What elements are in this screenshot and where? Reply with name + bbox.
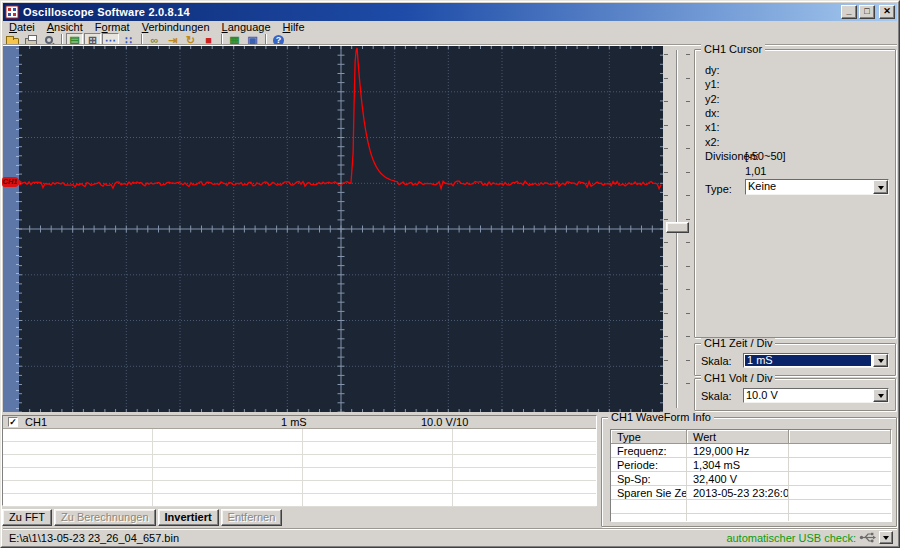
zeit-skala-dropdown-button[interactable] bbox=[873, 354, 888, 367]
channel-list-empty-row[interactable] bbox=[3, 455, 596, 468]
ch1-cursor-title: CH1 Cursor bbox=[701, 44, 765, 55]
usb-check-label: automatischer USB check: bbox=[726, 532, 856, 544]
volt-skala-combobox[interactable]: 10.0 V bbox=[743, 388, 889, 403]
trackbar-thumb[interactable] bbox=[666, 222, 689, 233]
channel-list-empty-row[interactable] bbox=[3, 481, 596, 494]
title-bar: Oscilloscope Software 2.0.8.14 _ □ ✕ bbox=[3, 3, 897, 21]
waveform-info-empty-row bbox=[611, 514, 891, 522]
status-bar: E:\a\1\13-05-23 23_26_04_657.bin automat… bbox=[3, 530, 897, 545]
waveform-info-row: Frequenz:129,000 Hz bbox=[611, 444, 891, 458]
zeit-skala-combobox[interactable]: 1 mS bbox=[743, 353, 889, 368]
channel-name: CH1 bbox=[25, 416, 47, 429]
open-file-path: E:\a\1\13-05-23 23_26_04_657.bin bbox=[9, 532, 179, 544]
ch1-cursor-panel: CH1 Cursor dy:y1:y2:dx:x1:x2: Divisionen… bbox=[694, 49, 896, 338]
channel-probe: /10 bbox=[453, 416, 468, 429]
ch1-volt-div-panel: CH1 Volt / Div Skala: 10.0 V bbox=[694, 378, 896, 411]
app-icon bbox=[5, 5, 19, 19]
window-title: Oscilloscope Software 2.0.8.14 bbox=[23, 6, 190, 18]
zeit-skala-label: Skala: bbox=[701, 355, 732, 367]
ch1-checkbox[interactable]: ✓ bbox=[8, 417, 18, 427]
vertical-trackbar[interactable] bbox=[663, 46, 691, 412]
minimize-button[interactable]: _ bbox=[841, 5, 857, 19]
scope-waveform-svg bbox=[19, 46, 663, 412]
menu-bar: DateiAnsichtFormatVerbindungenLanguageHi… bbox=[3, 21, 897, 34]
waveform-info-title: CH1 WaveForm Info bbox=[608, 412, 714, 423]
close-button[interactable]: ✕ bbox=[879, 5, 895, 19]
channel-position-slider[interactable] bbox=[3, 46, 19, 412]
channel-list-empty-row[interactable] bbox=[3, 442, 596, 455]
usb-icon bbox=[859, 532, 876, 543]
entfernen-button: Entfernen bbox=[221, 509, 283, 526]
waveform-info-table: TypeWertFrequenz:129,000 HzPeriode:1,304… bbox=[610, 429, 892, 522]
cursor-type-dropdown-button[interactable] bbox=[873, 180, 888, 194]
waveform-info-row: Sparen Sie Zeit:2013-05-23 23:26:04 bbox=[611, 486, 891, 500]
channel-time-div: 1 mS bbox=[281, 416, 307, 429]
cursor-type-value: Keine bbox=[748, 181, 871, 193]
channel-volt-div: 10.0 V bbox=[421, 416, 453, 429]
cursor-field-dy: dy: bbox=[705, 64, 720, 76]
action-button-row: Zu FFT Zu Berechnungen Invertiert Entfer… bbox=[2, 509, 282, 526]
channel-list: ✓ CH1 1 mS 10.0 V /10 bbox=[2, 415, 597, 506]
channel-list-empty-row[interactable] bbox=[3, 494, 596, 507]
channel-list-empty-row[interactable] bbox=[3, 429, 596, 442]
volt-skala-value: 10.0 V bbox=[746, 390, 871, 401]
ch1-position-marker[interactable]: CH1 bbox=[2, 177, 18, 187]
maximize-button[interactable]: □ bbox=[859, 5, 875, 19]
waveform-info-empty-row bbox=[611, 500, 891, 514]
channel-list-empty-row[interactable] bbox=[3, 468, 596, 481]
waveform-info-row: Periode:1,304 mS bbox=[611, 458, 891, 472]
channel-row-ch1[interactable]: ✓ CH1 1 mS 10.0 V /10 bbox=[3, 416, 596, 429]
zeit-skala-value: 1 mS bbox=[745, 355, 871, 366]
ch1-volt-div-title: CH1 Volt / Div bbox=[701, 373, 775, 384]
waveform-info-header-row: TypeWert bbox=[611, 430, 891, 444]
cursor-field-dx: dx: bbox=[705, 107, 720, 119]
volt-skala-label: Skala: bbox=[701, 390, 732, 402]
cursor-field-x1: x1: bbox=[705, 121, 720, 133]
invertiert-button[interactable]: Invertiert bbox=[158, 509, 219, 526]
ch1-zeit-div-title: CH1 Zeit / Div bbox=[701, 338, 775, 349]
zu-fft-button[interactable]: Zu FFT bbox=[2, 509, 52, 526]
scope-display bbox=[19, 46, 663, 412]
cursor-field-y2: y2: bbox=[705, 93, 720, 105]
zu-berechnungen-button: Zu Berechnungen bbox=[54, 509, 155, 526]
cursor-field-y1: y1: bbox=[705, 78, 720, 90]
usb-check-dropdown-button[interactable] bbox=[879, 531, 893, 544]
type-label: Type: bbox=[705, 183, 732, 195]
print-setup-icon-shape bbox=[45, 36, 53, 44]
waveform-info-row: Sp-Sp:32,400 V bbox=[611, 472, 891, 486]
divisionen-value: 1,01 bbox=[745, 165, 766, 177]
volt-skala-dropdown-button[interactable] bbox=[873, 389, 888, 402]
cursor-field-x2: x2: bbox=[705, 136, 720, 148]
cursor-type-combobox[interactable]: Keine bbox=[745, 179, 889, 195]
ch1-waveform-info-panel: CH1 WaveForm Info TypeWertFrequenz:129,0… bbox=[601, 417, 897, 527]
divisionen-range: [-50~50] bbox=[745, 150, 786, 162]
